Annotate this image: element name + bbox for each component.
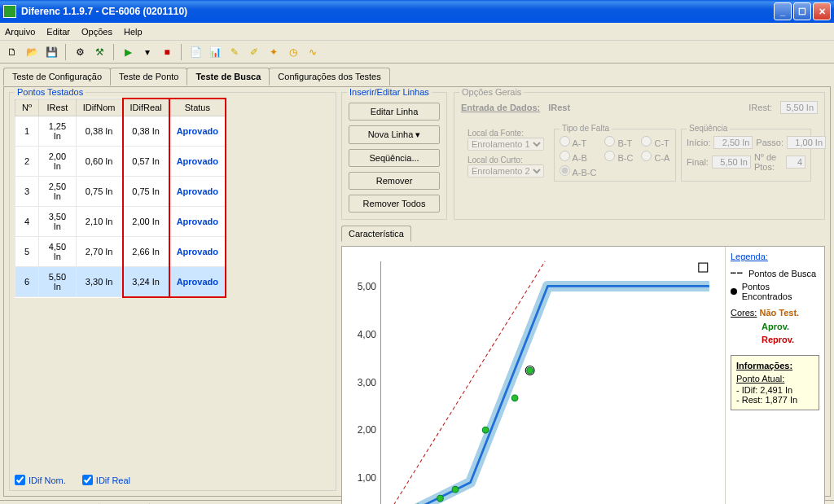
table-row[interactable]: 54,50 In2,70 In2,66 InAprovado bbox=[15, 237, 226, 267]
svg-text:1,00: 1,00 bbox=[358, 472, 377, 484]
table-row[interactable]: 43,50 In2,10 In2,00 InAprovado bbox=[15, 207, 226, 237]
svg-rect-26 bbox=[699, 263, 708, 272]
table-row[interactable]: 32,50 In0,75 In0,75 InAprovado bbox=[15, 177, 226, 207]
star-icon[interactable]: ✦ bbox=[266, 45, 281, 59]
irest-label: IRest: bbox=[748, 103, 772, 112]
insedit-title: Inserir/Editar Linhas bbox=[347, 87, 432, 97]
config-icon[interactable]: ⚒ bbox=[92, 45, 107, 59]
svg-point-21 bbox=[452, 486, 459, 493]
tab-busca[interactable]: Teste de Busca bbox=[187, 68, 270, 85]
wave-icon[interactable]: ∿ bbox=[305, 45, 320, 59]
remover-button[interactable]: Remover bbox=[349, 172, 440, 190]
col-n[interactable]: Nº bbox=[15, 99, 39, 116]
tab-ponto[interactable]: Teste de Ponto bbox=[110, 68, 187, 85]
table-row[interactable]: 65,50 In3,30 In3,24 InAprovado bbox=[15, 267, 226, 297]
menu-arquivo[interactable]: Arquivo bbox=[5, 27, 35, 37]
svg-text:2,00: 2,00 bbox=[358, 424, 377, 436]
col-status[interactable]: Status bbox=[169, 99, 226, 116]
svg-text:3,00: 3,00 bbox=[358, 377, 377, 388]
table-row[interactable]: 11,25 In0,38 In0,38 InAprovado bbox=[15, 116, 226, 147]
remover-todos-button[interactable]: Remover Todos bbox=[349, 195, 440, 213]
seq-title: Seqüência bbox=[687, 124, 730, 133]
new-icon[interactable]: 🗋 bbox=[5, 45, 20, 59]
editar-linha-button[interactable]: Editar Linha bbox=[349, 103, 440, 121]
svg-text:5,00: 5,00 bbox=[358, 281, 377, 292]
pontos-testados-title: Pontos Testados bbox=[15, 87, 86, 97]
entrada-value: IRest bbox=[548, 103, 570, 112]
tab-configuracao[interactable]: Teste de Configuração bbox=[3, 68, 111, 85]
tipofalta-title: Tipo de Falta bbox=[560, 124, 612, 133]
nova-linha-button[interactable]: Nova Linha ▾ bbox=[349, 125, 440, 144]
play-icon[interactable]: ▶ bbox=[121, 45, 135, 59]
brush2-icon[interactable]: ✐ bbox=[247, 45, 261, 59]
settings-icon[interactable]: ⚙ bbox=[72, 45, 87, 59]
open-icon[interactable]: 📂 bbox=[24, 45, 39, 59]
legend-title: Legenda: bbox=[726, 247, 824, 266]
dot-icon bbox=[731, 288, 737, 295]
app-icon bbox=[3, 5, 16, 18]
menu-opcoes[interactable]: Opções bbox=[81, 27, 112, 37]
chk-idifreal[interactable]: IDif Real bbox=[82, 475, 130, 485]
localfonte-label: Local da Fonte: bbox=[467, 129, 549, 138]
col-idifreal[interactable]: IDifReal bbox=[123, 99, 169, 116]
stop-icon[interactable]: ■ bbox=[160, 45, 174, 59]
report-icon[interactable]: 📄 bbox=[188, 45, 203, 59]
info-box: Informações: Ponto Atual: - IDif: 2,491 … bbox=[731, 355, 819, 410]
chart-icon[interactable]: 📊 bbox=[208, 45, 222, 59]
localcurto-label: Local do Curto: bbox=[467, 156, 549, 164]
menu-editar[interactable]: Editar bbox=[46, 27, 70, 37]
svg-point-20 bbox=[437, 495, 444, 502]
brush1-icon[interactable]: ✎ bbox=[227, 45, 242, 59]
svg-text:4,00: 4,00 bbox=[358, 329, 377, 340]
svg-point-24 bbox=[527, 367, 533, 374]
chart-area[interactable]: 1,002,003,004,005,006,007,008,009,0010,0… bbox=[342, 247, 725, 504]
window-title: Diferenc 1.1.9.7 - CE-6006 (0201110) bbox=[21, 6, 187, 17]
table-row[interactable]: 22,00 In0,60 In0,57 InAprovado bbox=[15, 147, 226, 177]
menu-help[interactable]: Help bbox=[124, 27, 143, 37]
save-icon[interactable]: 💾 bbox=[44, 45, 59, 59]
localfonte-select: Enrolamento 1 bbox=[467, 138, 544, 151]
maximize-button[interactable]: ☐ bbox=[793, 2, 811, 20]
col-irest[interactable]: IRest bbox=[38, 99, 76, 116]
dash-icon: ┄┄ bbox=[731, 268, 744, 278]
svg-point-22 bbox=[482, 427, 489, 433]
svg-point-23 bbox=[511, 395, 518, 401]
opcoes-title: Opções Gerais bbox=[459, 87, 524, 97]
localcurto-select: Enrolamento 2 bbox=[467, 164, 544, 177]
irest-input bbox=[780, 101, 818, 114]
col-idifnom[interactable]: IDifNom bbox=[76, 99, 122, 116]
chk-idifnom[interactable]: IDif Nom. bbox=[15, 475, 66, 485]
pontos-table: Nº IRest IDifNom IDifReal Status 11,25 I… bbox=[15, 98, 226, 298]
tab-config-testes[interactable]: Configurações dos Testes bbox=[269, 68, 389, 85]
sequencia-button[interactable]: Seqüência... bbox=[349, 149, 440, 167]
clock-icon[interactable]: ◷ bbox=[286, 45, 301, 59]
entrada-label: Entrada de Dados: bbox=[461, 103, 540, 112]
minimize-button[interactable]: _ bbox=[774, 2, 792, 20]
tab-caracteristica[interactable]: Característica bbox=[341, 226, 411, 242]
close-button[interactable]: ✕ bbox=[813, 2, 831, 20]
dropdown-icon[interactable]: ▾ bbox=[140, 45, 155, 59]
